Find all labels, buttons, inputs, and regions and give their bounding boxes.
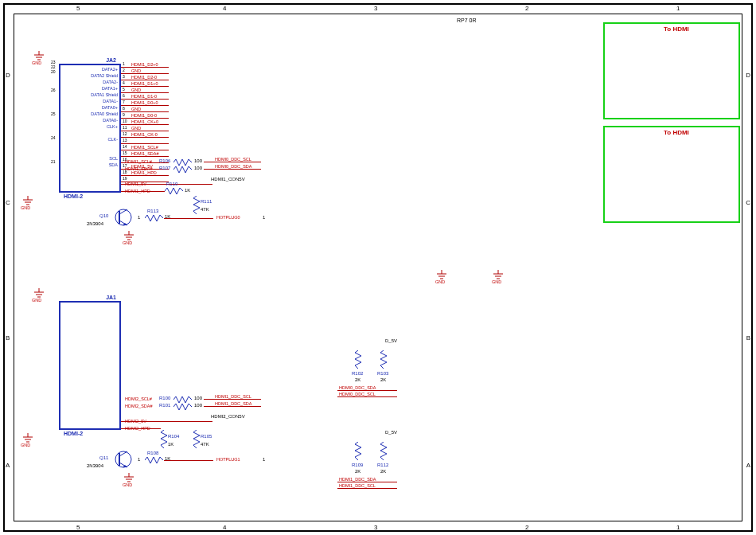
pin-label: DATA0-	[103, 118, 118, 123]
net-wire	[121, 156, 169, 157]
net-wire	[121, 137, 169, 138]
pin-label: SCL	[109, 156, 118, 161]
net-wire	[121, 111, 169, 112]
pin-label: SDA	[109, 162, 118, 167]
net-wire	[121, 80, 169, 80]
net-wire	[121, 124, 169, 125]
to-hdmi-box-2: To HDMI	[603, 126, 740, 223]
pin-label: DATA2-	[103, 80, 118, 84]
ref-ja2: JA2	[106, 57, 116, 63]
net-wire	[121, 150, 169, 150]
grid-col: 2	[525, 5, 528, 12]
ref-ja1: JA1	[106, 295, 116, 300]
desc-ja2: HDMI-2	[64, 193, 83, 199]
grid-col: 2	[525, 524, 528, 531]
pin-number: 21	[51, 159, 56, 164]
pin-number: 8	[123, 106, 125, 111]
pin-number: 10	[123, 119, 127, 123]
net-label: GND	[131, 126, 141, 131]
grid-row: A	[746, 462, 750, 469]
net-label: HDMI1_CK-0	[131, 132, 158, 137]
pin-number: 12	[123, 131, 127, 136]
transistor-q11	[111, 447, 135, 471]
net-wire	[121, 105, 169, 106]
grid-col: 1	[676, 5, 680, 12]
pin-number: 15	[123, 150, 127, 155]
grid-row: B	[746, 334, 750, 342]
pin-label: DATA2 Shield	[91, 73, 118, 78]
net-label: GND	[131, 88, 141, 92]
grid-col: 3	[374, 5, 377, 12]
pin-label: DATA1 Shield	[91, 92, 118, 97]
pin-label: CLK-	[107, 137, 118, 142]
pin-number: 20	[51, 69, 56, 74]
pin-number: 14	[123, 144, 127, 149]
gnd-icon	[123, 473, 134, 482]
pin-number: 9	[123, 112, 125, 117]
net-wire	[121, 175, 169, 176]
grid-col: 4	[223, 524, 226, 531]
pin-number: 26	[51, 88, 56, 92]
pin-number: 19	[123, 176, 127, 181]
net-label: GND	[131, 68, 141, 73]
gnd-icon	[493, 270, 504, 279]
grid-row: D	[6, 72, 10, 79]
grid-row: B	[6, 334, 10, 342]
pin-label: DATA2+	[102, 67, 118, 72]
grid-col: 5	[76, 524, 80, 531]
pin-number: 4	[123, 80, 125, 85]
grid-col: 3	[374, 524, 377, 531]
net-label: HDMI1_SCL#	[131, 145, 158, 150]
pin-number: 6	[123, 93, 125, 98]
pin-number: 25	[51, 111, 56, 116]
net-wire	[121, 99, 169, 100]
net-wire	[121, 131, 169, 131]
net-label: HDMI1_SDA#	[131, 151, 159, 156]
net-label: HDMI1_D1-0	[131, 94, 157, 99]
grid-row: D	[746, 72, 750, 79]
connector-ja2: JA2 HDMI-2 DATA2+DATA2 ShieldDATA2-DATA1…	[59, 64, 121, 193]
pin-number: 24	[51, 135, 56, 140]
pin-number: 13	[123, 138, 127, 143]
gnd-icon	[123, 231, 134, 240]
pin-label: DATA1+	[102, 86, 118, 91]
net-label: GND	[131, 107, 141, 111]
gnd-icon	[436, 270, 447, 279]
net-label: HDMI1_D0+0	[131, 100, 158, 105]
pin-number: 3	[123, 74, 125, 79]
net-wire	[121, 86, 169, 87]
pin-number: 2	[123, 68, 125, 72]
net-wire	[121, 67, 169, 68]
net-wire	[121, 143, 169, 144]
connector-ja1: JA1 HDMI-2	[59, 301, 121, 430]
pin-number: 7	[123, 100, 125, 104]
transistor-q10	[111, 205, 135, 229]
net-label: HDMI1_D1+0	[131, 81, 158, 86]
net-wire	[121, 118, 169, 119]
grid-col: 1	[676, 524, 680, 531]
pin-number: 1	[123, 61, 125, 66]
desc-ja1: HDMI-2	[64, 431, 83, 436]
to-hdmi-box-1: To HDMI	[603, 22, 740, 119]
net-label: HDMI1_D2+0	[131, 62, 158, 67]
grid-row: A	[6, 462, 10, 469]
net-label: HDMI1_D0-0	[131, 113, 157, 118]
pin-label: DATA0+	[102, 105, 118, 110]
pin-number: 11	[123, 125, 127, 130]
net-label: HDMI1_CK+0	[131, 119, 158, 124]
schematic-sheet: 5 4 3 2 1 5 4 3 2 1 D C B A D C B A JA2 …	[0, 0, 756, 535]
net-label: HDMI1_D2-0	[131, 75, 157, 80]
grid-col: 4	[223, 5, 226, 12]
pin-label: CLK+	[107, 124, 118, 129]
net-wire	[121, 73, 169, 74]
pin-label: DATA1-	[103, 99, 118, 103]
pin-label: DATA0 Shield	[91, 111, 118, 116]
net-wire	[121, 92, 169, 93]
grid-row: C	[6, 199, 10, 206]
grid-col: 5	[76, 5, 80, 12]
grid-row: C	[746, 199, 750, 206]
pin-number: 5	[123, 87, 125, 92]
